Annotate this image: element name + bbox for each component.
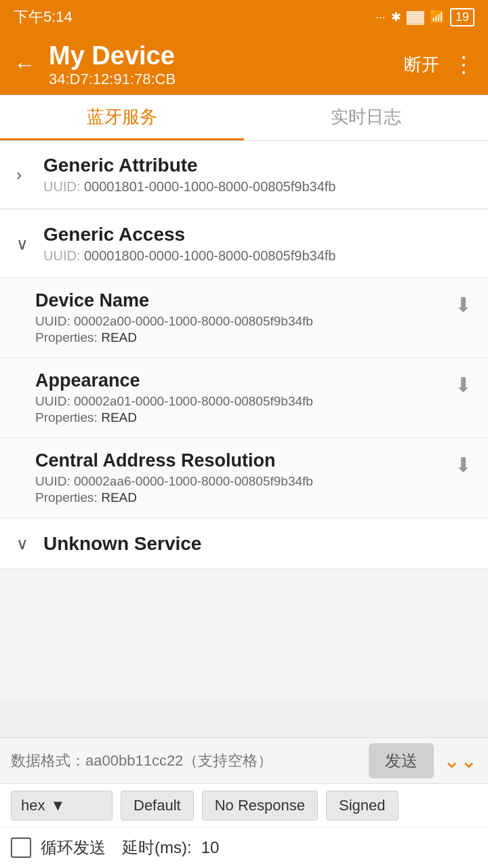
- chevron-right-icon: ›: [16, 165, 33, 184]
- chevron-down-unknown-icon: ∨: [16, 534, 33, 553]
- service-generic-access-name: Generic Access: [43, 224, 336, 245]
- bottom-panel: 发送 ⌄⌄ hex ▼ Default No Response Signed 循…: [0, 737, 488, 868]
- service-generic-access-header[interactable]: ∨ Generic Access UUID: 00001800-0000-100…: [0, 210, 488, 278]
- char-appearance-label: Appearance: [35, 370, 313, 391]
- status-icons: ··· ✱ ▓▓ 📶 19: [375, 8, 474, 26]
- service-unknown-name: Unknown Service: [43, 533, 201, 555]
- char-central-address-uuid: UUID: 00002aa6-0000-1000-8000-00805f9b34…: [35, 474, 313, 489]
- send-button[interactable]: 发送: [369, 743, 434, 778]
- back-button[interactable]: ←: [14, 52, 35, 77]
- signal-dots-icon: ···: [375, 10, 386, 24]
- char-device-name-properties: Properties: READ: [35, 330, 313, 345]
- char-central-address: Central Address Resolution UUID: 00002aa…: [0, 438, 488, 518]
- service-generic-attribute-title-block: Generic Attribute UUID: 00001801-0000-10…: [43, 155, 336, 195]
- service-generic-access: ∨ Generic Access UUID: 00001800-0000-100…: [0, 210, 488, 518]
- write-option-default[interactable]: Default: [121, 791, 194, 821]
- delay-value[interactable]: 10: [201, 838, 220, 857]
- status-time: 下午5:14: [14, 7, 73, 27]
- cellular-icon: ▓▓: [407, 10, 424, 24]
- char-central-address-properties: Properties: READ: [35, 490, 313, 505]
- data-input[interactable]: [11, 752, 362, 770]
- input-row: 发送 ⌄⌄: [0, 738, 488, 784]
- write-option-signed[interactable]: Signed: [326, 791, 399, 821]
- loop-row: 循环发送 延时(ms): 10: [0, 827, 488, 868]
- char-central-address-label: Central Address Resolution: [35, 450, 313, 471]
- service-generic-access-title-block: Generic Access UUID: 00001800-0000-1000-…: [43, 224, 336, 264]
- download-central-address-button[interactable]: ⬇: [455, 453, 472, 477]
- char-device-name-uuid: UUID: 00002a00-0000-1000-8000-00805f9b34…: [35, 314, 313, 329]
- more-button[interactable]: ⋮: [453, 52, 474, 77]
- service-generic-attribute-uuid: UUID: 00001801-0000-1000-8000-00805f9b34…: [43, 179, 336, 195]
- format-value: hex: [21, 797, 45, 814]
- service-unknown-header[interactable]: ∨ Unknown Service: [0, 519, 488, 569]
- wifi-icon: 📶: [430, 9, 445, 24]
- service-generic-attribute-name: Generic Attribute: [43, 155, 336, 176]
- title-block: My Device 34:D7:12:91:78:CB: [49, 41, 404, 88]
- loop-label: 循环发送: [41, 837, 106, 859]
- chevron-down-icon: ∨: [16, 235, 33, 254]
- header: ← My Device 34:D7:12:91:78:CB 断开 ⋮: [0, 34, 488, 95]
- download-device-name-button[interactable]: ⬇: [455, 293, 472, 317]
- service-generic-access-uuid: UUID: 00001800-0000-1000-8000-00805f9b34…: [43, 248, 336, 264]
- char-central-address-info: Central Address Resolution UUID: 00002aa…: [35, 450, 313, 505]
- char-device-name-label: Device Name: [35, 290, 313, 311]
- status-bar: 下午5:14 ··· ✱ ▓▓ 📶 19: [0, 0, 488, 34]
- delay-label: 延时(ms):: [122, 837, 192, 859]
- loop-checkbox[interactable]: [11, 837, 31, 858]
- disconnect-button[interactable]: 断开: [404, 53, 439, 77]
- header-actions: 断开 ⋮: [404, 52, 474, 77]
- char-appearance-properties: Properties: READ: [35, 410, 313, 425]
- tabs: 蓝牙服务 实时日志: [0, 95, 488, 141]
- char-appearance: Appearance UUID: 00002a01-0000-1000-8000…: [0, 358, 488, 438]
- device-mac: 34:D7:12:91:78:CB: [49, 71, 404, 88]
- service-generic-attribute-header[interactable]: › Generic Attribute UUID: 00001801-0000-…: [0, 141, 488, 209]
- expand-icon[interactable]: ⌄⌄: [443, 749, 477, 772]
- write-option-no-response[interactable]: No Response: [202, 791, 318, 821]
- char-device-name-info: Device Name UUID: 00002a00-0000-1000-800…: [35, 290, 313, 345]
- bluetooth-icon: ✱: [391, 9, 401, 24]
- tab-bluetooth-services[interactable]: 蓝牙服务: [0, 95, 244, 140]
- tab-realtime-log[interactable]: 实时日志: [244, 95, 488, 140]
- service-unknown-title-block: Unknown Service: [43, 533, 201, 555]
- format-chevron-icon: ▼: [50, 797, 65, 814]
- device-name: My Device: [49, 41, 404, 71]
- battery-icon: 19: [450, 8, 474, 26]
- char-appearance-info: Appearance UUID: 00002a01-0000-1000-8000…: [35, 370, 313, 425]
- options-row: hex ▼ Default No Response Signed: [0, 784, 488, 827]
- download-appearance-button[interactable]: ⬇: [455, 373, 472, 397]
- service-unknown: ∨ Unknown Service: [0, 519, 488, 569]
- char-appearance-uuid: UUID: 00002a01-0000-1000-8000-00805f9b34…: [35, 394, 313, 409]
- service-generic-attribute: › Generic Attribute UUID: 00001801-0000-…: [0, 141, 488, 209]
- content: › Generic Attribute UUID: 00001801-0000-…: [0, 141, 488, 701]
- char-device-name: Device Name UUID: 00002a00-0000-1000-800…: [0, 278, 488, 358]
- format-select[interactable]: hex ▼: [11, 791, 113, 821]
